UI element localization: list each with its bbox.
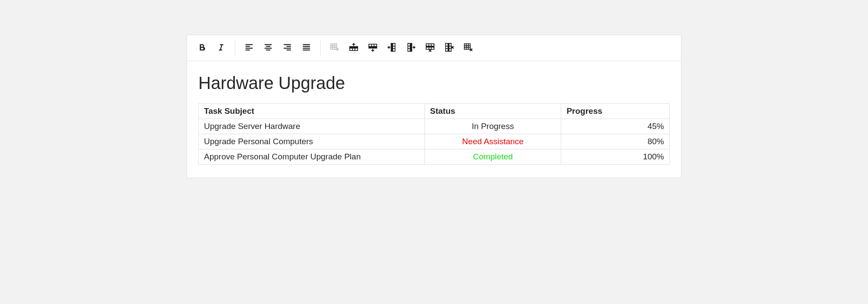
insert-column-right-button[interactable] (401, 39, 421, 58)
toolbar-separator (235, 41, 235, 56)
svg-rect-9 (286, 46, 291, 46)
header-status: Status (424, 104, 561, 119)
header-progress: Progress (561, 104, 670, 119)
svg-rect-0 (246, 44, 253, 45)
align-right-button[interactable] (278, 39, 297, 58)
svg-rect-32 (369, 46, 377, 48)
align-right-icon (283, 43, 292, 54)
document-title[interactable]: Hardware Upgrade (198, 73, 670, 93)
align-justify-icon (302, 43, 311, 54)
table-row[interactable]: Upgrade Personal ComputersNeed Assistanc… (199, 134, 670, 149)
svg-rect-5 (266, 46, 270, 46)
cell-progress[interactable]: 45% (561, 119, 670, 134)
svg-rect-44 (410, 43, 412, 51)
header-subject: Task Subject (199, 104, 425, 119)
tasks-table[interactable]: Task Subject Status Progress Upgrade Ser… (198, 103, 670, 165)
insert-row-below-button[interactable] (363, 39, 382, 58)
cell-progress[interactable]: 80% (561, 134, 670, 149)
delete-table-icon (464, 43, 473, 54)
cell-subject[interactable]: Upgrade Personal Computers (199, 134, 425, 149)
delete-column-button[interactable] (440, 39, 459, 58)
cell-status[interactable]: In Progress (424, 119, 561, 134)
svg-rect-6 (265, 47, 272, 48)
svg-rect-3 (246, 50, 250, 50)
italic-icon (216, 43, 226, 54)
svg-rect-15 (303, 50, 310, 50)
svg-rect-59 (464, 43, 470, 49)
bold-icon (197, 43, 207, 54)
insert-table-icon (330, 43, 339, 54)
align-center-button[interactable] (259, 39, 278, 58)
cell-status[interactable]: Completed (424, 149, 561, 165)
delete-row-button[interactable] (421, 39, 440, 58)
insert-column-left-icon (387, 43, 397, 54)
table-row[interactable]: Upgrade Server HardwareIn Progress45% (199, 119, 670, 134)
svg-rect-12 (303, 44, 310, 45)
insert-row-above-button[interactable] (344, 39, 363, 58)
insert-column-right-icon (406, 43, 416, 54)
align-left-button[interactable] (240, 39, 259, 58)
align-center-icon (263, 43, 273, 54)
svg-rect-13 (303, 46, 310, 46)
delete-row-icon (425, 43, 435, 54)
editor-content[interactable]: Hardware Upgrade Task Subject Status Pro… (187, 61, 681, 178)
svg-rect-50 (426, 46, 434, 47)
svg-rect-4 (265, 44, 272, 45)
cell-subject[interactable]: Upgrade Server Hardware (199, 119, 425, 134)
bold-button[interactable] (192, 39, 211, 58)
svg-rect-16 (331, 43, 337, 49)
insert-column-left-button[interactable] (382, 39, 401, 58)
svg-rect-7 (266, 50, 270, 50)
insert-row-below-icon (368, 43, 378, 54)
align-left-icon (244, 43, 254, 54)
table-row[interactable]: Approve Personal Computer Upgrade PlanCo… (199, 149, 670, 165)
svg-rect-38 (391, 43, 393, 51)
align-justify-button[interactable] (297, 39, 316, 58)
svg-rect-56 (447, 43, 449, 51)
insert-table-button (325, 39, 344, 58)
svg-rect-1 (246, 46, 250, 46)
svg-rect-26 (350, 46, 358, 49)
svg-rect-10 (284, 47, 291, 48)
italic-button[interactable] (211, 39, 230, 58)
delete-column-icon (444, 43, 454, 54)
svg-rect-11 (286, 50, 291, 50)
cell-subject[interactable]: Approve Personal Computer Upgrade Plan (199, 149, 425, 165)
rich-text-editor: Hardware Upgrade Task Subject Status Pro… (187, 35, 681, 178)
svg-rect-14 (303, 47, 310, 48)
toolbar-separator (320, 41, 321, 56)
delete-table-button[interactable] (459, 39, 478, 58)
cell-status[interactable]: Need Assistance (424, 134, 561, 149)
svg-rect-2 (246, 47, 253, 48)
insert-row-above-icon (349, 43, 358, 54)
svg-rect-8 (284, 44, 291, 45)
cell-progress[interactable]: 100% (561, 149, 670, 165)
table-header-row: Task Subject Status Progress (199, 104, 670, 119)
toolbar (187, 35, 681, 61)
